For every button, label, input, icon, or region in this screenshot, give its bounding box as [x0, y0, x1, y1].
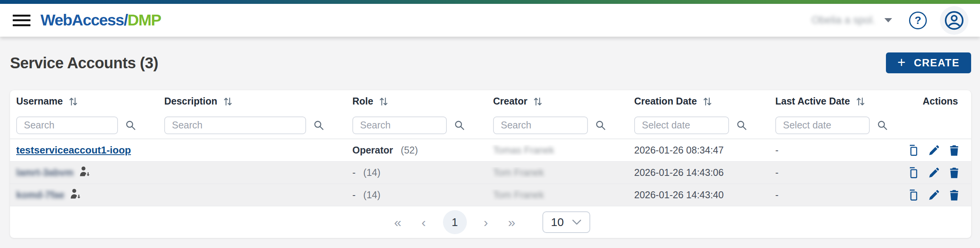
delete-icon[interactable] — [949, 145, 960, 156]
creator-search-input[interactable] — [493, 116, 588, 134]
column-header-last-active-date[interactable]: Last Active Date — [769, 96, 910, 107]
page-size-value: 10 — [551, 216, 564, 229]
creator-cell: Tomas Franek — [487, 145, 628, 156]
last-active-date-cell: - — [769, 189, 910, 201]
sort-icon — [855, 96, 865, 106]
username-search-input[interactable] — [16, 116, 118, 134]
role-name: Operator — [352, 145, 393, 156]
creation-date-cell: 2026-01-26 14:43:06 — [628, 167, 769, 178]
creation-date-cell: 2026-01-26 14:43:40 — [628, 189, 769, 201]
edit-icon[interactable] — [928, 167, 940, 179]
menu-bar — [13, 19, 30, 21]
column-label: Last Active Date — [775, 96, 850, 107]
role-cell: Operator (52) — [346, 145, 487, 156]
column-header-role[interactable]: Role — [346, 96, 487, 107]
role-count: (52) — [401, 145, 418, 156]
edit-icon[interactable] — [928, 145, 940, 156]
table-row: lamrt-3abvm - (14) Tom Franek 2026-01-26… — [10, 161, 971, 184]
column-header-description[interactable]: Description — [158, 96, 346, 107]
menu-bar — [13, 24, 30, 26]
last-active-date-cell: - — [769, 167, 910, 178]
column-header-username[interactable]: Username — [10, 96, 158, 107]
sort-icon — [533, 96, 543, 106]
pagination: « ‹ 1 › » 10 — [10, 206, 971, 238]
filter-role — [346, 116, 487, 134]
search-icon[interactable] — [595, 120, 606, 131]
column-header-actions: Actions — [910, 96, 971, 107]
role-cell: - (14) — [346, 167, 487, 178]
search-icon[interactable] — [736, 120, 748, 131]
person-deactivated-icon — [79, 166, 91, 180]
last-active-date-input[interactable] — [775, 116, 870, 134]
copy-icon[interactable] — [910, 144, 919, 157]
filter-description — [158, 116, 346, 134]
search-icon[interactable] — [877, 120, 888, 131]
last-active-date-cell: - — [769, 145, 910, 156]
column-header-creation-date[interactable]: Creation Date — [628, 96, 769, 107]
creator-cell: Tom Franek — [487, 167, 628, 178]
search-icon[interactable] — [454, 120, 465, 131]
filter-last-active-date — [769, 116, 910, 134]
column-label: Creator — [493, 96, 527, 107]
creator-cell: Tom Franek — [487, 189, 628, 201]
creator-name-blurred: Tom Franek — [493, 167, 544, 178]
logo-text-secondary: DMP — [128, 11, 161, 29]
create-button-label: CREATE — [914, 57, 960, 69]
edit-icon[interactable] — [928, 189, 940, 201]
service-accounts-table: Username Description Role Creator — [10, 90, 971, 238]
account-name-blurred: Obelia a spol. — [812, 14, 875, 26]
creation-date-input[interactable] — [634, 116, 729, 134]
username-blurred[interactable]: lamrt-3abvm — [16, 167, 74, 178]
delete-icon[interactable] — [949, 167, 960, 179]
role-search-input[interactable] — [352, 116, 447, 134]
username-cell: lamrt-3abvm — [10, 166, 158, 180]
create-button[interactable]: + CREATE — [886, 52, 971, 73]
page-size-select[interactable]: 10 — [542, 211, 590, 233]
sort-icon — [379, 96, 389, 106]
column-label: Creation Date — [634, 96, 697, 107]
first-page-button[interactable]: « — [391, 216, 404, 229]
column-label: Role — [352, 96, 373, 107]
table-header-row: Username Description Role Creator — [10, 90, 971, 112]
account-avatar[interactable] — [940, 6, 968, 35]
menu-icon[interactable] — [13, 15, 30, 26]
app-logo[interactable]: WebAccess/DMP — [40, 11, 161, 29]
current-page[interactable]: 1 — [443, 210, 467, 234]
previous-page-button[interactable]: ‹ — [418, 216, 429, 229]
role-name: - — [352, 167, 355, 178]
actions-cell — [910, 189, 971, 201]
account-dropdown[interactable]: Obelia a spol. — [812, 14, 892, 26]
table-row: komd-7fae - (14) Tom Franek 2026-01-26 1… — [10, 184, 971, 206]
search-icon[interactable] — [125, 120, 136, 131]
caret-down-icon — [884, 18, 892, 22]
role-cell: - (14) — [346, 189, 487, 201]
table-row: testserviceaccout1-ioop Operator (52) To… — [10, 139, 971, 161]
copy-icon[interactable] — [910, 167, 919, 179]
username-cell: komd-7fae — [10, 188, 158, 202]
menu-bar — [13, 15, 30, 17]
column-label: Actions — [923, 96, 958, 107]
main-content: Service Accounts (3) + CREATE Username D… — [0, 52, 980, 238]
column-label: Description — [164, 96, 217, 107]
help-icon[interactable] — [909, 12, 927, 29]
search-icon[interactable] — [313, 120, 325, 131]
username-blurred[interactable]: komd-7fae — [16, 189, 64, 201]
role-name: - — [352, 189, 355, 201]
username-cell: testserviceaccout1-ioop — [10, 144, 158, 156]
role-count: (14) — [363, 167, 380, 178]
copy-icon[interactable] — [910, 189, 919, 201]
next-page-button[interactable]: › — [481, 216, 491, 229]
creation-date-cell: 2026-01-26 08:34:47 — [628, 145, 769, 156]
last-page-button[interactable]: » — [505, 216, 519, 229]
page-title: Service Accounts (3) — [10, 54, 158, 72]
filter-creator — [487, 116, 628, 134]
brand-gradient-bar — [0, 0, 980, 4]
creator-name-blurred: Tomas Franek — [493, 145, 554, 156]
column-header-creator[interactable]: Creator — [487, 96, 628, 107]
delete-icon[interactable] — [949, 189, 960, 201]
username-link[interactable]: testserviceaccout1-ioop — [16, 144, 131, 156]
description-search-input[interactable] — [164, 116, 306, 134]
filter-creation-date — [628, 116, 769, 134]
logo-text-primary: WebAccess/ — [40, 11, 128, 29]
actions-cell — [910, 144, 971, 157]
